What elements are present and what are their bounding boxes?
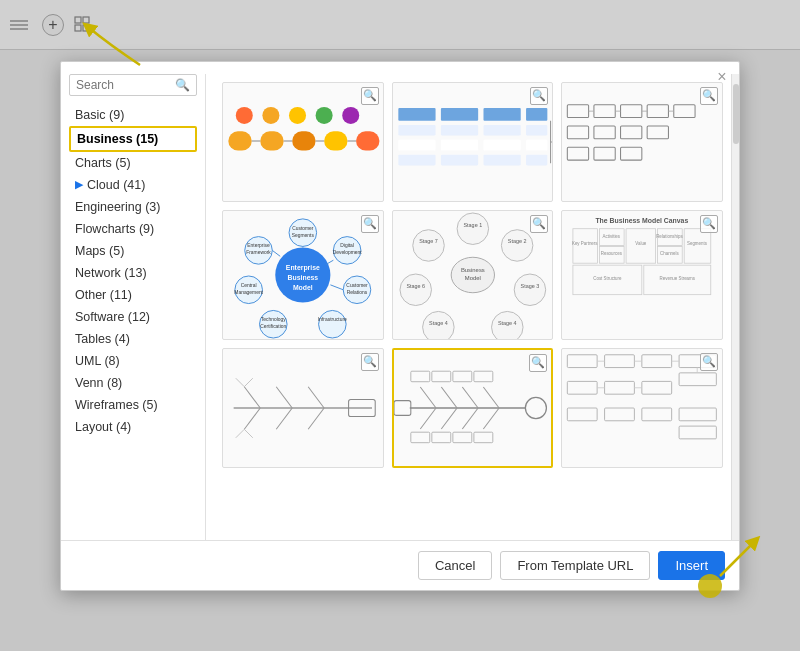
svg-text:The Business Model Canvas: The Business Model Canvas [596, 216, 689, 223]
sidebar-item-uml[interactable]: UML (8) [69, 350, 197, 372]
zoom-icon-8[interactable]: 🔍 [529, 354, 547, 372]
svg-rect-30 [441, 139, 478, 150]
svg-line-121 [244, 408, 260, 429]
svg-text:Relationships: Relationships [656, 233, 683, 238]
svg-rect-41 [621, 104, 642, 117]
svg-text:Activities: Activities [603, 233, 621, 238]
sidebar: 🔍 Basic (9)Business (15)Charts (5)▶Cloud… [61, 74, 206, 540]
svg-rect-49 [594, 147, 615, 160]
sidebar-item-network[interactable]: Network (13) [69, 262, 197, 284]
sidebar-item-label-software: Software (12) [75, 310, 150, 324]
sidebar-item-tables[interactable]: Tables (4) [69, 328, 197, 350]
close-button[interactable]: × [713, 68, 731, 86]
svg-rect-7 [228, 131, 251, 150]
zoom-icon-2[interactable]: 🔍 [530, 87, 548, 105]
sidebar-item-label-engineering: Engineering (3) [75, 200, 160, 214]
svg-line-124 [308, 386, 324, 407]
svg-rect-26 [441, 124, 478, 135]
svg-rect-155 [568, 381, 598, 394]
template-thumb-8[interactable]: 🔍 [392, 348, 554, 468]
template-thumb-9[interactable]: 🔍 [561, 348, 723, 468]
svg-text:Stage 6: Stage 6 [406, 282, 425, 288]
sidebar-item-flowcharts[interactable]: Flowcharts (9) [69, 218, 197, 240]
svg-rect-143 [453, 371, 472, 382]
svg-text:Customer: Customer [346, 282, 368, 287]
svg-rect-29 [398, 139, 435, 150]
svg-rect-148 [474, 432, 493, 443]
sidebar-item-label-business: Business (15) [77, 132, 158, 146]
template-thumb-6[interactable]: The Business Model Canvas [561, 210, 723, 340]
svg-text:Enterprise: Enterprise [247, 243, 270, 248]
svg-line-140 [483, 408, 499, 429]
zoom-icon-1[interactable]: 🔍 [361, 87, 379, 105]
svg-line-120 [244, 386, 260, 407]
zoom-icon-4[interactable]: 🔍 [361, 215, 379, 233]
svg-rect-27 [483, 124, 520, 135]
svg-rect-156 [605, 381, 635, 394]
insert-button[interactable]: Insert [658, 551, 725, 580]
svg-point-88 [501, 229, 533, 261]
svg-text:Revenue Streams: Revenue Streams [660, 275, 696, 280]
svg-text:Model: Model [293, 283, 313, 290]
sidebar-item-wireframes[interactable]: Wireframes (5) [69, 394, 197, 416]
template-thumb-2[interactable]: 🔍 [392, 82, 554, 202]
sidebar-item-venn[interactable]: Venn (8) [69, 372, 197, 394]
zoom-icon-9[interactable]: 🔍 [700, 353, 718, 371]
sidebar-item-label-charts: Charts (5) [75, 156, 131, 170]
svg-line-137 [420, 408, 436, 429]
svg-text:Model: Model [464, 274, 480, 280]
sidebar-item-layout[interactable]: Layout (4) [69, 416, 197, 438]
svg-line-123 [276, 408, 292, 429]
sidebar-item-maps[interactable]: Maps (5) [69, 240, 197, 262]
template-thumb-5[interactable]: Business Model Stage 1 Stage 2 Stage 3 [392, 210, 554, 340]
svg-line-136 [483, 386, 499, 407]
sidebar-item-other[interactable]: Other (11) [69, 284, 197, 306]
sidebar-item-cloud[interactable]: ▶Cloud (41) [69, 174, 197, 196]
scrollbar[interactable] [731, 74, 739, 540]
sidebar-item-label-tables: Tables (4) [75, 332, 130, 346]
sidebar-item-charts[interactable]: Charts (5) [69, 152, 197, 174]
svg-line-126 [236, 378, 245, 387]
template-thumb-4[interactable]: Enterprise Business Model Customer Segme… [222, 210, 384, 340]
zoom-icon-6[interactable]: 🔍 [700, 215, 718, 233]
svg-rect-47 [647, 126, 668, 139]
svg-rect-145 [410, 432, 429, 443]
template-content: 🔍 [206, 74, 739, 540]
zoom-icon-7[interactable]: 🔍 [361, 353, 379, 371]
search-input[interactable] [76, 78, 166, 92]
zoom-icon-5[interactable]: 🔍 [530, 215, 548, 233]
dialog-body: 🔍 Basic (9)Business (15)Charts (5)▶Cloud… [61, 62, 739, 540]
template-url-button[interactable]: From Template URL [500, 551, 650, 580]
sidebar-item-business[interactable]: Business (15) [69, 126, 197, 152]
template-thumb-3[interactable]: 🔍 [561, 82, 723, 202]
svg-line-139 [462, 408, 478, 429]
svg-rect-44 [568, 126, 589, 139]
svg-rect-141 [410, 371, 429, 382]
svg-text:Stage 3: Stage 3 [520, 282, 539, 288]
svg-line-127 [244, 378, 253, 387]
svg-point-98 [412, 229, 444, 261]
svg-rect-22 [441, 107, 478, 120]
svg-line-129 [244, 429, 253, 438]
svg-rect-33 [398, 154, 435, 165]
svg-text:Segments: Segments [292, 232, 315, 237]
svg-rect-150 [568, 354, 598, 367]
svg-rect-154 [679, 372, 716, 385]
zoom-icon-3[interactable]: 🔍 [700, 87, 718, 105]
svg-rect-28 [526, 124, 547, 135]
svg-text:Customer: Customer [292, 225, 314, 230]
cancel-button[interactable]: Cancel [418, 551, 492, 580]
svg-rect-152 [642, 354, 672, 367]
template-thumb-7[interactable]: 🔍 [222, 348, 384, 468]
template-thumb-1[interactable]: 🔍 [222, 82, 384, 202]
svg-rect-25 [398, 124, 435, 135]
search-box[interactable]: 🔍 [69, 74, 197, 96]
svg-rect-151 [605, 354, 635, 367]
svg-text:Digital: Digital [340, 243, 354, 248]
svg-rect-43 [674, 104, 695, 117]
sidebar-item-software[interactable]: Software (12) [69, 306, 197, 328]
svg-text:Stage 1: Stage 1 [463, 221, 482, 227]
sidebar-item-engineering[interactable]: Engineering (3) [69, 196, 197, 218]
sidebar-item-label-flowcharts: Flowcharts (9) [75, 222, 154, 236]
sidebar-item-basic[interactable]: Basic (9) [69, 104, 197, 126]
